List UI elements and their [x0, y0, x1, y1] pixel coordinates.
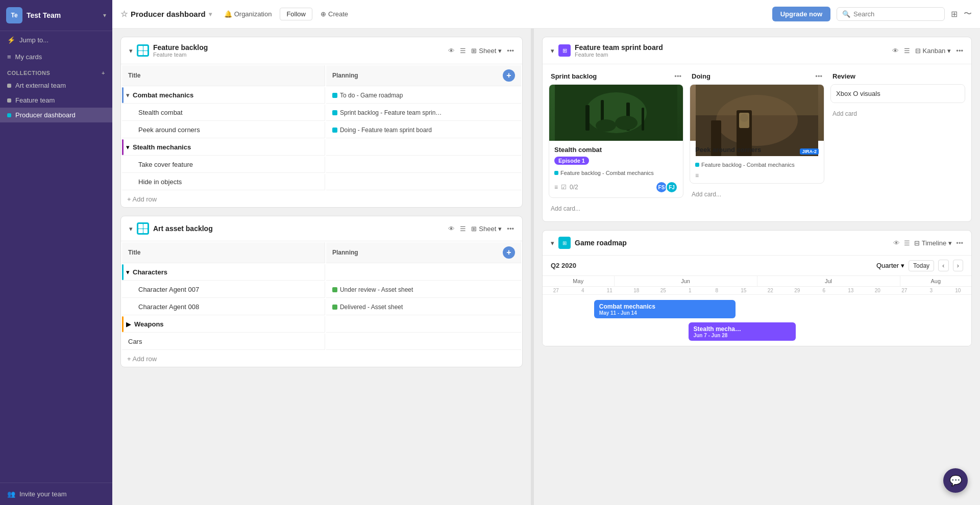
- status-dot-icon: [332, 128, 337, 133]
- checklist-icon: ☑: [561, 184, 567, 191]
- group-combat-mechanics: Combat mechanics: [133, 91, 193, 99]
- collapse-feature-backlog-btn[interactable]: ▾: [129, 47, 133, 55]
- kanban-view-toggle[interactable]: ⊟ Kanban ▾: [915, 47, 951, 55]
- add-row-button[interactable]: + Add row: [121, 191, 522, 207]
- add-column-button[interactable]: +: [503, 246, 515, 259]
- prev-period-button[interactable]: ‹: [938, 260, 948, 271]
- kanban-actions: 👁 ☰ ⊟ Kanban ▾ •••: [892, 47, 963, 55]
- review-column: Review Xbox O visuals Add card: [830, 70, 965, 215]
- search-input[interactable]: [853, 10, 939, 18]
- roadmap-section: ▾ ⊞ Game roadmap 👁 ☰ ⊟ Timeline ▾: [542, 230, 972, 346]
- timeline-chevron-icon: ▾: [948, 239, 952, 247]
- quarter-label: Q2 2020: [551, 262, 576, 269]
- collapse-art-backlog-btn[interactable]: ▾: [129, 225, 133, 233]
- organization-action[interactable]: 🔔 Organization: [224, 10, 272, 18]
- more-options-icon[interactable]: •••: [507, 47, 514, 55]
- eye-icon[interactable]: 👁: [448, 47, 455, 55]
- invite-team-button[interactable]: 👥 Invite your team: [7, 490, 105, 498]
- table-row[interactable]: Stealth combat Sprint backlog - Feature …: [122, 105, 521, 121]
- timeline-view-toggle[interactable]: ⊟ Timeline ▾: [914, 239, 952, 247]
- doing-col-header: Doing •••: [690, 70, 824, 84]
- table-row[interactable]: Take cover feature: [122, 157, 521, 173]
- doing-add-card[interactable]: Add card...: [690, 188, 824, 201]
- filter-icon[interactable]: ☰: [460, 47, 466, 55]
- timeline-body: Q2 2020 Quarter ▾ Today ‹ ›: [543, 256, 971, 346]
- sheet-view-toggle[interactable]: ⊞ Sheet ▾: [471, 225, 502, 233]
- eye-icon[interactable]: 👁: [893, 239, 900, 247]
- table-row[interactable]: Cars: [122, 334, 521, 350]
- more-options-icon[interactable]: •••: [956, 47, 963, 55]
- group-status-cell: To do - Game roadmap: [326, 87, 521, 104]
- table-row[interactable]: Hide in objects: [122, 174, 521, 190]
- col-options-icon[interactable]: •••: [815, 72, 822, 80]
- group-weapons: Weapons: [134, 320, 164, 328]
- bolt-icon: ⚡: [7, 36, 15, 44]
- collapse-roadmap-btn[interactable]: ▾: [551, 239, 554, 247]
- sidebar-footer: 👥 Invite your team: [0, 483, 112, 505]
- eye-icon[interactable]: 👁: [448, 225, 455, 233]
- search-box[interactable]: 🔍: [837, 7, 945, 21]
- sidebar-item-art-external-team[interactable]: Art external team: [0, 78, 112, 93]
- svg-rect-2: [585, 105, 590, 131]
- topbar: ☆ Producer dashboard ▾ 🔔 Organization Fo…: [112, 0, 980, 29]
- xbox-card[interactable]: Xbox O visuals: [830, 84, 965, 103]
- follow-button[interactable]: Follow: [280, 8, 312, 20]
- status-dot-icon: [332, 287, 337, 292]
- stealth-mechanics-bar[interactable]: Stealth mecha… Jun 7 - Jun 28: [689, 322, 796, 341]
- month-headers: May Jun Jul Aug: [543, 276, 971, 287]
- planning-column-header: Planning +: [326, 242, 521, 263]
- sidebar-item-producer-dashboard[interactable]: Producer dashboard: [0, 108, 112, 122]
- col-options-icon[interactable]: •••: [674, 72, 681, 80]
- review-add-card[interactable]: Add card: [830, 107, 965, 120]
- sidebar-item-feature-team[interactable]: Feature team: [0, 93, 112, 108]
- sheet-view-toggle[interactable]: ⊞ Sheet ▾: [471, 47, 502, 55]
- table-row[interactable]: Character Agent 008 Delivered - Asset sh…: [122, 299, 521, 315]
- upgrade-button[interactable]: Upgrade now: [772, 7, 830, 21]
- stealth-combat-card[interactable]: Stealth combat Episode 1 Feature backlog…: [549, 84, 683, 198]
- status-dot-icon: [332, 93, 337, 98]
- table-row[interactable]: Peek around corners Doing - Feature team…: [122, 122, 521, 138]
- kanban-columns: Sprint backlog •••: [543, 64, 971, 221]
- activity-icon[interactable]: 〜: [964, 9, 972, 19]
- next-period-button[interactable]: ›: [953, 260, 963, 271]
- add-row-button-2[interactable]: + Add row: [121, 351, 522, 367]
- star-icon[interactable]: ☆: [120, 9, 128, 19]
- chat-bubble-button[interactable]: 💬: [943, 468, 968, 493]
- sidebar: Te Test Team ▾ ⚡ Jump to... ≡ My cards C…: [0, 0, 112, 505]
- today-button[interactable]: Today: [909, 260, 934, 271]
- more-options-icon[interactable]: •••: [507, 225, 514, 233]
- roadmap-more-icon[interactable]: •••: [956, 239, 963, 247]
- filter-icon[interactable]: ☰: [904, 239, 910, 247]
- card-image: [549, 85, 683, 141]
- eye-icon[interactable]: 👁: [892, 47, 899, 55]
- filter-icon[interactable]: ☰: [904, 47, 910, 55]
- combat-mechanics-bar[interactable]: Combat mechanics May 11 - Jun 14: [594, 300, 736, 318]
- group-collapse-icon[interactable]: ▾: [126, 268, 130, 276]
- kanban-icon: ⊞: [558, 44, 571, 57]
- add-collection-icon[interactable]: +: [102, 70, 105, 76]
- title-chevron-icon[interactable]: ▾: [209, 11, 212, 18]
- create-action[interactable]: ⊕ Create: [321, 10, 348, 18]
- sidebar-header[interactable]: Te Test Team ▾: [0, 0, 112, 31]
- description-icon: ≡: [554, 184, 558, 191]
- my-cards-button[interactable]: ≡ My cards: [0, 49, 112, 65]
- date-headers: 27 4 11 18 25 1 8 15 22 29 6 13 20 27: [543, 287, 971, 295]
- add-column-button[interactable]: +: [503, 69, 515, 82]
- filter-icon[interactable]: ☰: [460, 225, 466, 233]
- peek-corners-card[interactable]: Peek around corners JIRA-2 Feature backl…: [690, 84, 824, 184]
- group-collapse-icon[interactable]: ▾: [126, 143, 130, 151]
- collapse-kanban-btn[interactable]: ▾: [551, 47, 554, 55]
- svg-point-6: [596, 119, 616, 132]
- sprint-backlog-add-card[interactable]: Add card...: [549, 202, 683, 215]
- org-icon: 🔔: [224, 10, 232, 18]
- quarter-selector[interactable]: Quarter ▾: [876, 262, 904, 269]
- main-area: ☆ Producer dashboard ▾ 🔔 Organization Fo…: [112, 0, 980, 505]
- layout-icon[interactable]: ⊞: [951, 9, 958, 19]
- link-dot-icon: [554, 171, 558, 175]
- team-avatar: Te: [6, 7, 22, 23]
- group-collapse-icon[interactable]: ▾: [126, 91, 130, 99]
- jump-to-button[interactable]: ⚡ Jump to...: [0, 31, 112, 49]
- group-collapse-icon[interactable]: ▶: [126, 320, 131, 328]
- view-chevron-icon: ▾: [947, 47, 951, 55]
- table-row[interactable]: Character Agent 007 Under review - Asset…: [122, 282, 521, 298]
